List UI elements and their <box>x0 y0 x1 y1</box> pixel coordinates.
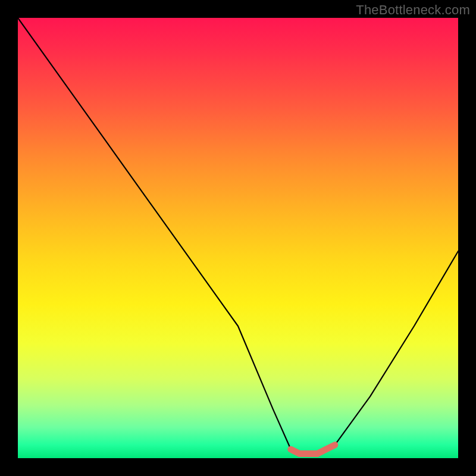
curve-layer <box>18 18 458 458</box>
chart-frame: TheBottleneck.com <box>0 0 476 476</box>
watermark-text: TheBottleneck.com <box>356 2 470 18</box>
plot-area <box>18 18 458 458</box>
optimal-range-highlight <box>291 445 335 454</box>
bottleneck-curve <box>18 18 458 454</box>
